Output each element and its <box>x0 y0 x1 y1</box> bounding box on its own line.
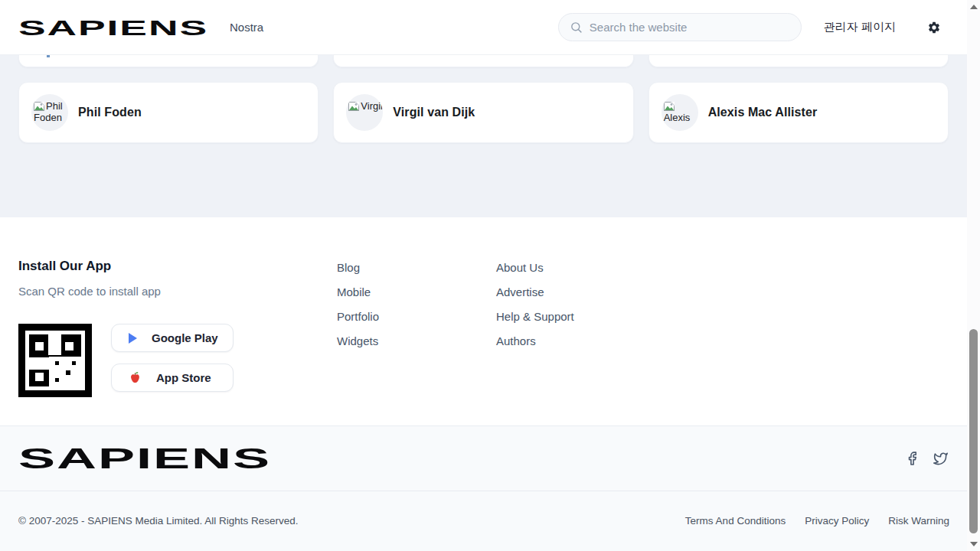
footer-link-advertise[interactable]: Advertise <box>496 285 949 300</box>
header-logo[interactable]: SAPIENS <box>18 16 210 39</box>
terms-link[interactable]: Terms And Conditions <box>685 515 786 527</box>
footer-link-about-us[interactable]: About Us <box>496 260 949 276</box>
scrollbar-thumb[interactable] <box>969 329 978 533</box>
card-partial[interactable] <box>333 55 633 67</box>
player-card-alexis-mac-allister[interactable]: Alexis Alexis Mac Allister <box>648 82 949 143</box>
facebook-icon <box>905 451 920 466</box>
cards-row: Phil Foden Phil Foden Virgil Virgil van … <box>18 67 949 143</box>
cut-content-fragment <box>47 55 50 57</box>
header-right: 관리자 페이지 <box>558 13 941 41</box>
avatar-alt-text: Virgil <box>361 100 383 112</box>
footer-link-mobile[interactable]: Mobile <box>337 285 496 300</box>
search-icon <box>570 21 583 34</box>
social-links <box>905 451 949 466</box>
settings-button[interactable] <box>927 21 941 34</box>
install-app-title: Install Our App <box>18 259 337 274</box>
avatar: Alexis <box>662 94 698 131</box>
scrollbar-down-arrow-icon[interactable] <box>970 542 978 546</box>
copyright-text: © 2007-2025 - SAPIENS Media Limited. All… <box>18 515 299 527</box>
admin-page-link[interactable]: 관리자 페이지 <box>824 20 896 34</box>
player-name: Phil Foden <box>78 106 142 119</box>
play-triangle-icon <box>129 333 137 344</box>
player-name: Virgil van Dijk <box>393 106 475 119</box>
search-box[interactable] <box>558 13 802 41</box>
avatar: Phil Foden <box>31 94 68 131</box>
footer-link-blog[interactable]: Blog <box>337 260 496 276</box>
facebook-link[interactable] <box>905 451 920 466</box>
avatar-alt-text: Alexis <box>664 112 691 123</box>
footer-links-column-2: About Us Advertise Help & Support Author… <box>496 259 949 425</box>
install-app-subtitle: Scan QR code to install app <box>18 285 337 298</box>
broken-image-icon <box>34 102 44 111</box>
footer-links-column-1: Blog Mobile Portfolio Widgets <box>337 259 496 425</box>
footer-link-authors[interactable]: Authors <box>496 334 949 349</box>
header-logo-text: SAPIENS <box>18 16 208 39</box>
apple-icon <box>129 371 142 385</box>
player-card-virgil-van-dijk[interactable]: Virgil Virgil van Dijk <box>333 82 633 143</box>
footer-link-help-support[interactable]: Help & Support <box>496 309 949 324</box>
player-name: Alexis Mac Allister <box>708 106 818 119</box>
footer-bottom: SAPIENS © 2007-2025 - SAPIENS Media Limi… <box>0 426 967 551</box>
broken-image-icon <box>664 102 675 111</box>
footer-link-widgets[interactable]: Widgets <box>337 334 496 349</box>
footer-main: Install Our App Scan QR code to install … <box>0 217 967 426</box>
player-card-phil-foden[interactable]: Phil Foden Phil Foden <box>18 82 318 143</box>
gear-icon <box>927 21 941 34</box>
cards-section: Phil Foden Phil Foden Virgil Virgil van … <box>0 55 967 217</box>
header: SAPIENS Nostra 관리자 페이지 <box>0 0 967 55</box>
footer-logo-text: SAPIENS <box>18 443 271 474</box>
qr-code <box>18 324 92 397</box>
page: SAPIENS Nostra 관리자 페이지 <box>0 0 967 551</box>
card-partial[interactable] <box>18 55 318 67</box>
search-input[interactable] <box>590 21 790 34</box>
app-store-label: App Store <box>156 371 211 384</box>
legal-links: Terms And Conditions Privacy Policy Risk… <box>685 515 949 527</box>
twitter-icon <box>933 452 949 466</box>
footer-link-portfolio[interactable]: Portfolio <box>337 309 496 324</box>
scrollbar[interactable] <box>967 0 980 551</box>
nav-item-nostra[interactable]: Nostra <box>230 21 263 34</box>
twitter-link[interactable] <box>933 452 949 466</box>
card-partial[interactable] <box>648 55 949 67</box>
footer-logo[interactable]: SAPIENS <box>18 443 274 474</box>
google-play-button[interactable]: Google Play <box>111 324 234 352</box>
app-store-button[interactable]: App Store <box>111 364 234 392</box>
risk-warning-link[interactable]: Risk Warning <box>888 515 949 527</box>
google-play-label: Google Play <box>152 331 218 344</box>
broken-image-icon <box>348 102 359 111</box>
install-app-block: Install Our App Scan QR code to install … <box>18 259 337 425</box>
partial-cards-row <box>18 55 949 67</box>
scrollbar-up-arrow-icon[interactable] <box>970 5 978 9</box>
privacy-policy-link[interactable]: Privacy Policy <box>805 515 869 527</box>
avatar: Virgil <box>346 94 383 131</box>
